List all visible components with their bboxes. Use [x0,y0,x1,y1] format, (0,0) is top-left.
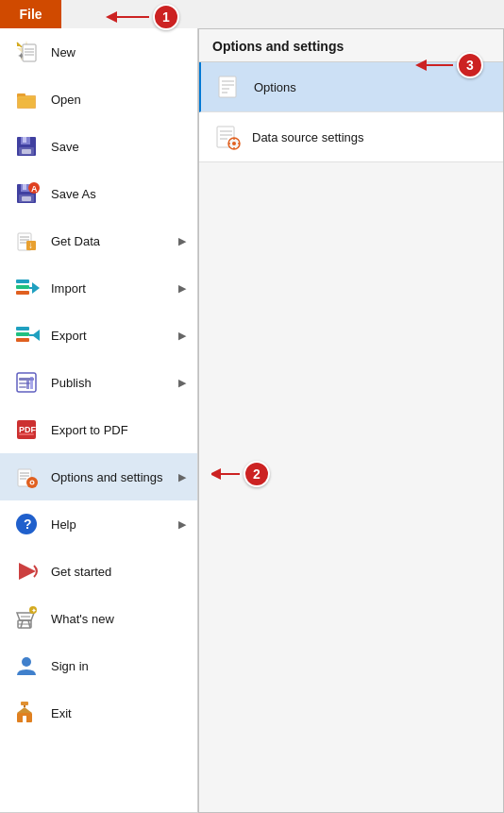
menu-item-exit[interactable]: Exit [0,689,197,737]
svg-rect-19 [23,184,26,190]
menu-item-publish[interactable]: Publish ▶ [0,359,197,406]
menu-item-export-pdf-label: Export to PDF [51,423,186,437]
export-pdf-icon: PDF [11,415,42,445]
svg-rect-37 [16,338,29,342]
menu-item-get-data-label: Get Data [51,234,178,248]
svg-marker-58 [19,563,36,580]
options-settings-icon [11,462,42,492]
annotation-1: 1 [102,4,177,32]
svg-rect-70 [23,716,26,722]
options-icon [214,72,244,102]
menu-item-open-label: Open [51,93,186,107]
svg-rect-10 [18,96,35,108]
save-as-icon: A [11,178,42,209]
right-panel-item-data-source[interactable]: Data source settings [199,112,503,162]
svg-text:✦: ✦ [31,607,37,614]
menu-item-save[interactable]: Save [0,123,197,170]
svg-point-55 [31,482,33,483]
help-arrow: ▶ [178,518,186,531]
svg-text:A: A [31,184,38,194]
whats-new-icon: ✦ [11,603,42,634]
save-icon [11,131,42,161]
menu-item-export-pdf[interactable]: PDF Export to PDF [0,406,197,453]
menu-item-whats-new[interactable]: ✦ What's new [0,595,197,642]
get-data-icon: ↓ [11,226,42,256]
right-panel-item-options-label: Options [254,80,296,94]
menu-item-import-label: Import [51,281,178,296]
svg-rect-35 [16,327,29,330]
svg-rect-16 [22,149,31,154]
svg-rect-2 [23,44,36,61]
svg-text:PDF: PDF [19,425,37,434]
menu-item-exit-label: Exit [51,706,186,720]
menu-item-import[interactable]: Import ▶ [0,264,197,312]
svg-text:↓: ↓ [28,240,33,250]
menu-item-export-label: Export [51,329,178,343]
get-data-arrow: ▶ [178,235,186,247]
new-icon: ✦ [11,37,42,67]
svg-rect-30 [16,279,29,283]
svg-marker-33 [32,282,40,294]
right-panel: Options and settings Options [198,28,504,813]
get-started-icon [11,556,42,586]
help-icon: ? [11,509,42,539]
exit-icon [11,698,42,728]
export-icon [11,320,42,350]
svg-point-83 [232,142,236,145]
file-tab[interactable]: File [0,0,61,28]
options-settings-arrow: ▶ [178,471,186,483]
menu-item-options-settings-label: Options and settings [51,470,178,484]
svg-rect-43 [19,386,26,388]
bubble-1: 1 [153,4,179,30]
svg-point-67 [22,657,31,667]
bubble-2: 2 [244,461,270,487]
import-arrow: ▶ [178,282,186,295]
annotation-3: 3 [415,52,481,80]
menu-item-options-settings[interactable]: Options and settings ▶ [0,453,197,500]
left-menu: ✦ New Open [0,28,198,813]
svg-rect-44 [26,381,29,389]
menu-item-help-label: Help [51,517,178,532]
open-icon [11,84,42,114]
right-panel-item-data-source-label: Data source settings [252,130,364,144]
menu-item-new[interactable]: ✦ New [0,28,197,76]
menu-item-sign-in[interactable]: Sign in [0,642,197,689]
menu-item-help[interactable]: ? Help ▶ [0,500,197,548]
svg-rect-14 [23,137,26,143]
menu-item-publish-label: Publish [51,376,178,390]
menu-item-new-label: New [51,45,186,59]
menu-item-save-as-label: Save As [51,187,186,201]
import-icon [11,273,42,303]
publish-icon [11,367,42,398]
svg-rect-32 [16,291,29,295]
annotation-2: 2 [211,461,268,489]
menu-item-save-label: Save [51,140,186,154]
menu-item-export[interactable]: Export ▶ [0,312,197,359]
svg-rect-73 [219,76,236,97]
data-source-settings-icon [212,122,243,152]
menu-item-sign-in-label: Sign in [51,659,186,673]
file-tab-label: File [19,7,42,22]
menu-item-get-started[interactable]: Get started [0,548,197,595]
publish-arrow: ▶ [178,377,186,389]
svg-rect-45 [30,377,33,389]
svg-rect-72 [21,702,28,705]
svg-text:?: ? [24,517,32,532]
svg-rect-36 [16,332,29,336]
menu-item-get-started-label: Get started [51,565,186,579]
svg-rect-31 [16,285,29,289]
svg-rect-48 [19,433,34,435]
export-arrow: ▶ [178,330,186,342]
menu-item-whats-new-label: What's new [51,612,186,626]
menu-item-open[interactable]: Open [0,76,197,123]
sign-in-icon [11,651,42,681]
svg-marker-69 [17,707,32,713]
menu-item-save-as[interactable]: A Save As [0,170,197,217]
bubble-3: 3 [457,52,483,78]
svg-rect-21 [22,196,31,201]
menu-item-get-data[interactable]: ↓ Get Data ▶ [0,217,197,264]
